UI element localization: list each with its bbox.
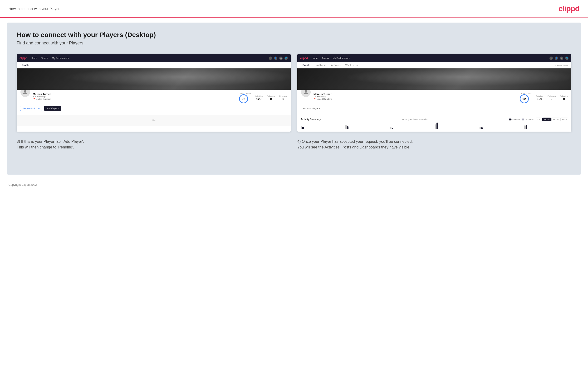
left-player-quality: Player Quality 92 (239, 92, 251, 103)
bar-on-3 (392, 128, 393, 129)
desc-right: 4) Once your Player has accepted your re… (297, 139, 571, 150)
right-quality-circle: 92 (520, 94, 529, 103)
right-nav-teams[interactable]: Teams (322, 57, 329, 60)
left-profile-buttons: Request to Follow Add Player + (20, 106, 287, 111)
add-player-button[interactable]: Add Player + (44, 106, 61, 111)
left-location: 📍 United Kingdom (33, 98, 234, 100)
tab-profile-left[interactable]: Profile (19, 62, 32, 68)
left-profile-info: Marcus Turner 1-5 Handicap 📍 United King… (33, 93, 234, 100)
right-settings-icon[interactable]: ⚙ (560, 57, 563, 60)
right-globe-icon[interactable]: 🌐 (565, 57, 569, 60)
left-player-name: Marcus Turner (33, 93, 234, 95)
time-btn-3mths[interactable]: 3 mths (551, 117, 560, 121)
activity-bars (301, 123, 568, 129)
time-btn-6mths[interactable]: 6 mths (542, 117, 551, 121)
time-btn-1yr[interactable]: 1 yr (536, 117, 542, 121)
descriptions: 3) If this is your Player tap, 'Add Play… (17, 139, 571, 150)
right-player-name: Marcus Turner (313, 93, 515, 95)
legend-on-course: On course (509, 118, 520, 120)
left-nav-my-performance[interactable]: My Performance (52, 57, 69, 60)
right-location: 📍 United Kingdom (313, 98, 515, 100)
right-banner-image (297, 68, 571, 90)
bar-group-1 (301, 126, 345, 129)
left-profile-row: Marcus Turner 1-5 Handicap 📍 United King… (20, 92, 287, 103)
user-icon[interactable]: 👤 (274, 57, 277, 60)
remove-player-button[interactable]: Remove Player ✕ (301, 106, 323, 111)
copyright-text: Copyright Clippd 2022 (9, 183, 37, 186)
globe-icon[interactable]: 🌐 (285, 57, 288, 60)
right-nav-icons: ⌕ 👤 ⚙ 🌐 (549, 57, 569, 60)
tab-activities-right[interactable]: Activities (329, 62, 343, 68)
tab-profile-right[interactable]: Profile (300, 62, 312, 68)
left-activities-stat: Activities 129 (255, 95, 263, 101)
screenshot-right: clippd Home Teams My Performance ⌕ 👤 ⚙ 🌐… (297, 54, 571, 132)
screenshots-row: clippd Home Teams My Performance ⌕ 👤 ⚙ 🌐… (17, 54, 571, 132)
right-nav-my-performance[interactable]: My Performance (333, 57, 350, 60)
activity-legend: On course Off course (509, 118, 534, 120)
top-bar: How to connect with your Players clippd (0, 0, 588, 18)
request-follow-button[interactable]: Request to Follow (20, 106, 42, 111)
legend-off-course: Off course (522, 118, 534, 120)
left-nav-teams[interactable]: Teams (41, 57, 48, 60)
footer: Copyright Clippd 2022 (0, 179, 588, 190)
left-nav-home[interactable]: Home (31, 57, 37, 60)
right-search-icon[interactable]: ⌕ (549, 57, 553, 60)
activity-summary-title: Activity Summary (301, 118, 321, 121)
settings-icon[interactable]: ⚙ (279, 57, 283, 60)
right-followers-stat: Followers 0 (548, 95, 556, 101)
left-following-stat: Following 0 (279, 95, 287, 101)
right-app-logo: clippd (300, 57, 308, 60)
left-handicap: 1-5 Handicap (33, 95, 234, 98)
bar-off-1 (301, 126, 302, 129)
bar-off-5 (480, 127, 481, 129)
left-followers-stat: Followers 0 (267, 95, 275, 101)
right-profile-stats: Player Quality 92 Activities 129 Followe… (520, 92, 568, 103)
left-banner-image (17, 68, 291, 90)
left-nav-icons: ⌕ 👤 ⚙ 🌐 (269, 57, 288, 60)
activity-time-buttons: 1 yr 6 mths 3 mths 1 mth (536, 117, 568, 121)
right-nav-home[interactable]: Home (311, 57, 318, 60)
bar-off-4 (435, 125, 436, 129)
location-pin-icon: 📍 (33, 98, 35, 100)
right-profile-banner (297, 68, 571, 90)
close-icon: ✕ (319, 107, 321, 110)
bar-group-4 (435, 123, 479, 129)
svg-point-0 (24, 90, 26, 92)
bar-off-2 (345, 125, 347, 129)
svg-rect-2 (509, 118, 511, 120)
right-profile-buttons: Remove Player ✕ (301, 106, 568, 111)
activity-summary-header: Activity Summary Monthly Activity - 6 Mo… (301, 117, 568, 121)
left-profile-stats: Player Quality 92 Activities 129 Followe… (239, 92, 287, 103)
search-icon[interactable]: ⌕ (269, 57, 272, 60)
right-profile-info: Marcus Turner 1-5 Handicap 📍 United King… (313, 93, 515, 100)
right-profile-row: Marcus Turner 1-5 Handicap 📍 United King… (301, 92, 568, 103)
left-profile-section: Marcus Turner 1-5 Handicap 📍 United King… (17, 90, 291, 115)
right-location-pin-icon: 📍 (313, 98, 316, 100)
right-following-stat: Following 0 (560, 95, 568, 101)
right-tabs-left: Profile Dashboard Activities What To On (300, 62, 360, 68)
tab-what-to-on-right[interactable]: What To On (343, 62, 360, 68)
edit-icon: ✏ (152, 118, 156, 123)
right-user-icon[interactable]: 👤 (555, 57, 558, 60)
main-title: How to connect with your Players (Deskto… (17, 31, 571, 39)
user-dropdown[interactable]: Marcus Turner (555, 64, 569, 67)
bar-group-2 (345, 125, 389, 129)
bar-on-4 (436, 123, 438, 129)
left-navbar: clippd Home Teams My Performance ⌕ 👤 ⚙ 🌐 (17, 54, 291, 62)
page-breadcrumb: How to connect with your Players (9, 7, 61, 11)
desc-left: 3) If this is your Player tap, 'Add Play… (17, 139, 291, 150)
activity-summary: Activity Summary Monthly Activity - 6 Mo… (297, 115, 571, 132)
bar-group-6 (524, 125, 568, 129)
svg-rect-3 (522, 118, 524, 120)
tab-dashboard-right[interactable]: Dashboard (312, 62, 329, 68)
bar-group-5 (480, 127, 523, 129)
time-btn-1mth[interactable]: 1 mth (560, 117, 568, 121)
right-navbar: clippd Home Teams My Performance ⌕ 👤 ⚙ 🌐 (297, 54, 571, 62)
left-quality-circle: 92 (239, 94, 248, 103)
bar-on-2 (347, 126, 348, 129)
right-activities-stat: Activities 129 (536, 95, 543, 101)
bar-off-6 (524, 125, 526, 129)
screenshot-left: clippd Home Teams My Performance ⌕ 👤 ⚙ 🌐… (17, 54, 291, 132)
bar-on-1 (302, 127, 304, 129)
svg-point-1 (305, 90, 307, 92)
